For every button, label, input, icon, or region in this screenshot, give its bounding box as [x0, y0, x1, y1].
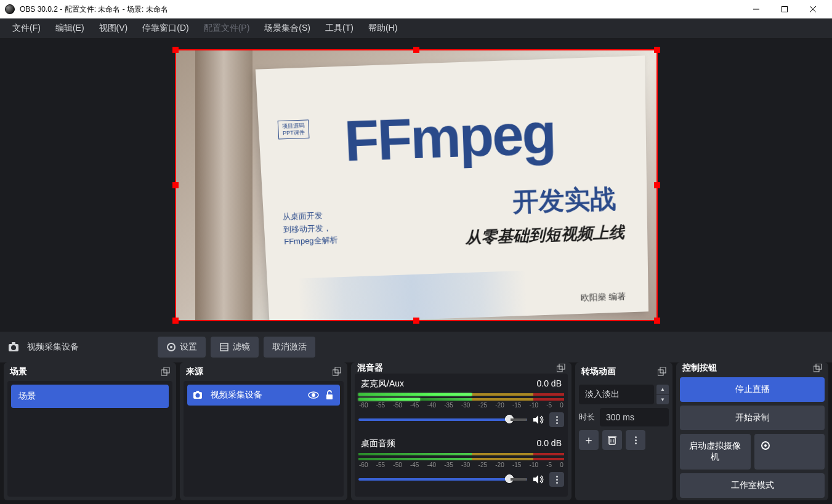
eye-icon[interactable] — [308, 391, 319, 399]
preview-area[interactable]: 项目源码PPT课件 FFmpeg 从桌面开发到移动开发，FFmpeg全解析 开发… — [0, 39, 832, 332]
book-tagline: 从零基础到短视频上线 — [464, 222, 624, 249]
mixer-options-button[interactable] — [549, 472, 564, 487]
source-list-item[interactable]: 视频采集设备 — [187, 385, 340, 406]
title-bar: OBS 30.0.2 - 配置文件: 未命名 - 场景: 未命名 — [0, 0, 832, 18]
source-filters-button[interactable]: 滤镜 — [211, 337, 259, 358]
duration-label: 时长 — [579, 412, 595, 423]
selection-handle-tl[interactable] — [172, 47, 179, 53]
menu-tools[interactable]: 工具(T) — [318, 19, 361, 38]
menu-view[interactable]: 视图(V) — [92, 19, 135, 38]
camera-icon — [9, 342, 21, 352]
window-minimize-button[interactable] — [742, 0, 770, 18]
selection-handle-tr[interactable] — [654, 47, 660, 53]
dock-popout-icon[interactable] — [658, 367, 666, 376]
menu-bar: 文件(F) 编辑(E) 视图(V) 停靠窗口(D) 配置文件(P) 场景集合(S… — [0, 18, 832, 39]
meter-scale: -60-55-50-45-40-35-30-25-20-15-10-50 — [358, 462, 564, 468]
mixer-channel-name: 麦克风/Aux — [361, 378, 404, 390]
svg-rect-21 — [326, 394, 333, 399]
svg-point-35 — [764, 444, 767, 447]
mixer-channel-mic: 麦克风/Aux 0.0 dB -60-55-50-45-40-35-30-25-… — [358, 377, 564, 427]
lock-icon[interactable] — [325, 390, 334, 400]
menu-dock[interactable]: 停靠窗口(D) — [135, 19, 196, 38]
audio-meter — [358, 453, 564, 455]
camera-icon — [193, 391, 204, 399]
svg-rect-1 — [782, 7, 788, 12]
transition-up-button[interactable]: ▲ — [656, 385, 669, 395]
dock-popout-icon[interactable] — [814, 364, 822, 372]
docks-row: 场景 场景 来源 视频采集设备 混音器 — [0, 362, 832, 504]
selection-handle-mr[interactable] — [654, 182, 660, 188]
duration-input[interactable]: 300 ms — [600, 408, 669, 426]
selection-handle-bl[interactable] — [172, 318, 179, 324]
transitions-dock: 转场动画 淡入淡出 ▲ ▼ 时长 300 ms ＋ — [575, 362, 672, 500]
book-author: 欧阳燊 编著 — [580, 292, 625, 304]
dock-popout-icon[interactable] — [557, 364, 565, 372]
selection-handle-bm[interactable] — [413, 318, 419, 324]
book-subtitle-left: 从桌面开发到移动开发，FFmpeg全解析 — [283, 209, 338, 249]
menu-help[interactable]: 帮助(H) — [361, 19, 405, 38]
menu-edit[interactable]: 编辑(E) — [48, 19, 92, 38]
transition-select[interactable]: 淡入淡出 — [579, 385, 654, 404]
mixer-channel-name: 桌面音频 — [361, 438, 395, 449]
dock-popout-icon[interactable] — [333, 367, 341, 376]
filters-icon — [219, 342, 229, 352]
add-transition-button[interactable]: ＋ — [579, 430, 599, 450]
menu-profile[interactable]: 配置文件(P) — [196, 19, 257, 38]
source-toolbar: 视频采集设备 设置 滤镜 取消激活 — [0, 332, 832, 362]
audio-meter — [358, 458, 564, 460]
start-recording-button[interactable]: 开始录制 — [680, 406, 825, 430]
mixer-channel-level: 0.0 dB — [537, 438, 562, 449]
controls-dock-title: 控制按钮 — [682, 362, 717, 374]
scenes-dock-title: 场景 — [10, 366, 27, 377]
selection-handle-ml[interactable] — [172, 182, 179, 188]
selected-source-label: 视频采集设备 — [9, 342, 153, 353]
mixer-dock: 混音器 麦克风/Aux 0.0 dB -60-55-50-45-40-35-30… — [351, 362, 571, 500]
svg-point-20 — [312, 393, 315, 397]
window-close-button[interactable] — [799, 0, 827, 18]
mixer-channel-level: 0.0 dB — [537, 378, 562, 390]
mixer-channel-desktop: 桌面音频 0.0 dB -60-55-50-45-40-35-30-25-20-… — [358, 437, 564, 487]
svg-rect-18 — [196, 391, 200, 393]
preview-canvas[interactable]: 项目源码PPT课件 FFmpeg 从桌面开发到移动开发，FFmpeg全解析 开发… — [176, 50, 656, 320]
speaker-icon[interactable] — [532, 474, 544, 484]
volume-slider[interactable] — [358, 418, 527, 421]
transition-down-button[interactable]: ▼ — [656, 395, 669, 405]
meter-scale: -60-55-50-45-40-35-30-25-20-15-10-50 — [358, 402, 564, 409]
delete-transition-button[interactable] — [602, 430, 622, 450]
svg-point-17 — [196, 393, 200, 398]
stop-streaming-button[interactable]: 停止直播 — [680, 377, 825, 402]
menu-scene-collection[interactable]: 场景集合(S) — [257, 19, 318, 38]
studio-mode-button[interactable]: 工作室模式 — [680, 473, 825, 498]
mixer-dock-title: 混音器 — [357, 362, 383, 374]
svg-rect-6 — [12, 342, 15, 345]
start-virtual-camera-button[interactable]: 启动虚拟摄像机 — [680, 434, 751, 470]
svg-point-8 — [170, 346, 172, 348]
dock-popout-icon[interactable] — [161, 367, 170, 376]
menu-file[interactable]: 文件(F) — [5, 19, 48, 38]
svg-marker-25 — [533, 475, 538, 484]
selection-handle-br[interactable] — [654, 318, 660, 324]
scene-list-item[interactable]: 场景 — [11, 385, 169, 408]
speaker-icon[interactable] — [532, 415, 544, 425]
transition-options-button[interactable] — [626, 430, 645, 450]
sources-dock-title: 来源 — [186, 366, 203, 377]
book-badge: 项目源码PPT课件 — [278, 120, 310, 140]
mixer-options-button[interactable] — [549, 412, 564, 427]
window-maximize-button[interactable] — [770, 0, 799, 18]
svg-marker-24 — [533, 415, 538, 424]
controls-dock: 控制按钮 停止直播 开始录制 启动虚拟摄像机 工作室模式 — [676, 362, 828, 500]
source-deactivate-button[interactable]: 取消激活 — [264, 337, 315, 358]
source-item-label: 视频采集设备 — [211, 390, 262, 401]
volume-slider[interactable] — [358, 478, 527, 481]
book-title: FFmpeg — [343, 101, 555, 174]
virtual-camera-settings-button[interactable] — [754, 434, 825, 470]
obs-logo-icon — [5, 4, 15, 14]
book-subtitle-right: 开发实战 — [512, 181, 616, 219]
source-settings-button[interactable]: 设置 — [158, 337, 206, 358]
gear-icon — [166, 342, 176, 352]
selection-handle-tm[interactable] — [413, 47, 419, 53]
audio-meter — [358, 398, 564, 401]
svg-rect-28 — [609, 438, 615, 444]
svg-rect-9 — [220, 343, 228, 351]
video-source-preview[interactable]: 项目源码PPT课件 FFmpeg 从桌面开发到移动开发，FFmpeg全解析 开发… — [176, 50, 656, 320]
